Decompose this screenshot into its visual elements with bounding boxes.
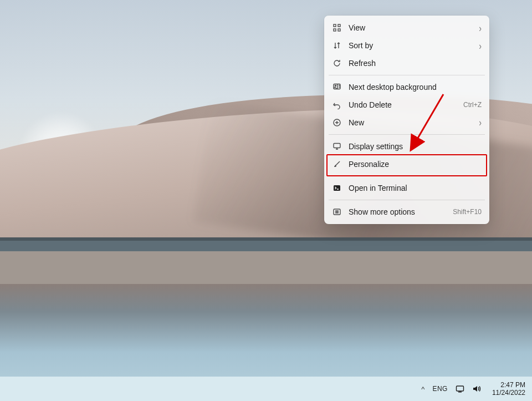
menu-item-refresh[interactable]: Refresh — [328, 54, 486, 72]
wallpaper-shoreline — [0, 237, 532, 241]
menu-item-next-desktop-background[interactable]: Next desktop background — [328, 78, 486, 96]
menu-item-label: Refresh — [349, 59, 482, 68]
desktop-context-menu: View›Sort by›RefreshNext desktop backgro… — [324, 16, 489, 224]
menu-item-shortcut: Shift+F10 — [453, 208, 482, 216]
display-icon — [332, 141, 342, 151]
undo-icon — [332, 100, 342, 110]
menu-item-label: Undo Delete — [349, 100, 463, 109]
menu-item-shortcut: Ctrl+Z — [463, 101, 482, 109]
chevron-right-icon: › — [479, 40, 482, 50]
menu-separator — [329, 176, 485, 176]
svg-rect-8 — [334, 185, 340, 191]
image-icon — [332, 82, 342, 92]
menu-item-display-settings[interactable]: Display settings — [328, 138, 486, 155]
menu-item-new[interactable]: New› — [328, 114, 486, 131]
menu-item-label: Personalize — [349, 160, 482, 169]
sort-icon — [332, 40, 342, 50]
taskbar: ^ ENG 2:47 PM 11/24/2022 — [0, 377, 532, 401]
svg-rect-1 — [338, 24, 340, 27]
chevron-right-icon: › — [479, 23, 482, 33]
plus-icon — [332, 118, 342, 128]
tray-overflow-button[interactable]: ^ — [421, 385, 424, 393]
menu-separator — [329, 200, 485, 200]
clock-date: 11/24/2022 — [492, 389, 525, 397]
menu-item-view[interactable]: View› — [328, 19, 486, 37]
svg-rect-3 — [338, 29, 340, 31]
network-icon[interactable] — [456, 384, 464, 393]
grid-icon — [332, 23, 342, 33]
svg-rect-0 — [334, 24, 336, 27]
clock-time: 2:47 PM — [500, 381, 525, 389]
svg-point-5 — [335, 85, 336, 87]
menu-item-sort-by[interactable]: Sort by› — [328, 37, 486, 54]
taskbar-clock[interactable]: 2:47 PM 11/24/2022 — [492, 381, 525, 397]
menu-item-label: View — [349, 23, 479, 32]
terminal-icon — [332, 183, 342, 193]
menu-item-label: Sort by — [349, 41, 479, 50]
svg-rect-2 — [334, 29, 336, 31]
menu-item-open-in-terminal[interactable]: Open in Terminal — [328, 179, 486, 197]
menu-separator — [329, 75, 485, 75]
svg-rect-11 — [456, 386, 463, 391]
language-indicator[interactable]: ENG — [432, 385, 448, 393]
menu-separator — [329, 134, 485, 135]
menu-item-label: Show more options — [349, 207, 453, 216]
menu-item-personalize[interactable]: Personalize — [328, 155, 486, 173]
menu-item-label: Display settings — [349, 142, 482, 151]
volume-icon[interactable] — [472, 384, 481, 393]
menu-item-undo-delete[interactable]: Undo DeleteCtrl+Z — [328, 96, 486, 114]
menu-item-label: Open in Terminal — [349, 184, 482, 192]
svg-rect-12 — [458, 392, 462, 393]
svg-rect-7 — [334, 144, 340, 148]
menu-item-label: New — [349, 118, 479, 127]
more-icon — [332, 207, 342, 217]
chevron-right-icon: › — [479, 118, 482, 128]
refresh-icon — [332, 58, 342, 68]
menu-item-show-more-options[interactable]: Show more optionsShift+F10 — [328, 203, 486, 221]
brush-icon — [332, 159, 342, 169]
system-tray: ^ ENG 2:47 PM 11/24/2022 — [421, 381, 525, 397]
svg-rect-4 — [334, 84, 340, 89]
menu-item-label: Next desktop background — [349, 83, 482, 92]
